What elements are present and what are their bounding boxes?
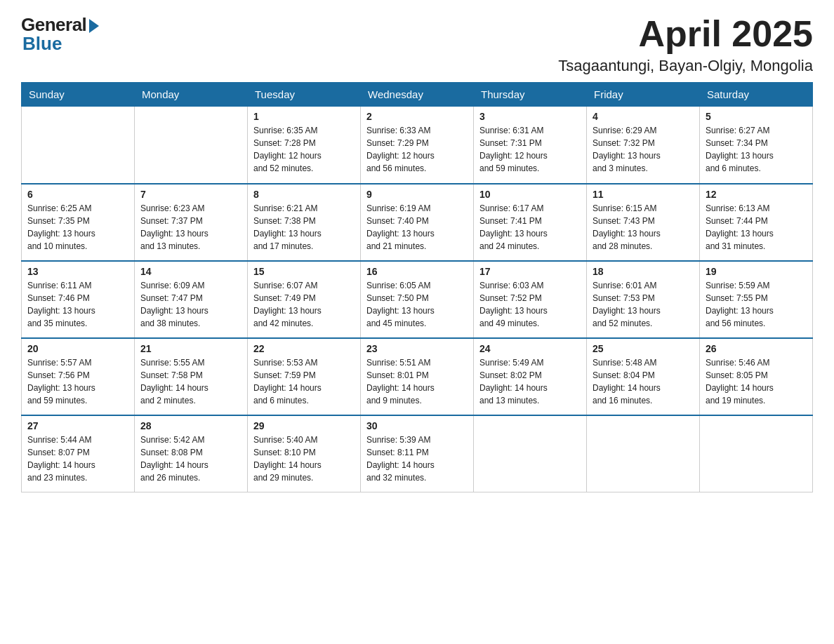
calendar-cell [700,415,813,492]
page-header: General Blue April 2025 Tsagaantungi, Ba… [21,14,813,75]
calendar-cell: 5Sunrise: 6:27 AMSunset: 7:34 PMDaylight… [700,107,813,184]
calendar-cell [135,107,248,184]
calendar-cell: 15Sunrise: 6:07 AMSunset: 7:49 PMDayligh… [248,261,361,338]
week-row-5: 27Sunrise: 5:44 AMSunset: 8:07 PMDayligh… [22,415,813,492]
day-info: Sunrise: 6:19 AMSunset: 7:40 PMDaylight:… [366,202,468,253]
calendar-cell: 27Sunrise: 5:44 AMSunset: 8:07 PMDayligh… [22,415,135,492]
day-info: Sunrise: 6:15 AMSunset: 7:43 PMDaylight:… [593,202,694,253]
day-info: Sunrise: 5:48 AMSunset: 8:04 PMDaylight:… [593,356,694,407]
calendar-cell [587,415,700,492]
day-info: Sunrise: 6:33 AMSunset: 7:29 PMDaylight:… [366,124,468,175]
day-number: 14 [140,266,241,277]
day-info: Sunrise: 5:39 AMSunset: 8:11 PMDaylight:… [366,434,468,484]
calendar-cell: 11Sunrise: 6:15 AMSunset: 7:43 PMDayligh… [587,184,700,261]
calendar-cell: 18Sunrise: 6:01 AMSunset: 7:53 PMDayligh… [587,261,700,338]
calendar-cell: 26Sunrise: 5:46 AMSunset: 8:05 PMDayligh… [700,338,813,415]
day-number: 20 [27,343,128,354]
calendar-cell: 10Sunrise: 6:17 AMSunset: 7:41 PMDayligh… [474,184,587,261]
weekday-header-tuesday: Tuesday [248,83,361,107]
day-number: 16 [366,266,468,277]
day-info: Sunrise: 6:03 AMSunset: 7:52 PMDaylight:… [479,279,581,330]
calendar-cell: 25Sunrise: 5:48 AMSunset: 8:04 PMDayligh… [587,338,700,415]
day-number: 2 [366,111,468,122]
calendar-cell: 2Sunrise: 6:33 AMSunset: 7:29 PMDaylight… [361,107,474,184]
weekday-header-sunday: Sunday [22,83,135,107]
day-number: 29 [253,420,355,431]
week-row-1: 1Sunrise: 6:35 AMSunset: 7:28 PMDaylight… [22,107,813,184]
day-info: Sunrise: 6:29 AMSunset: 7:32 PMDaylight:… [593,124,694,175]
day-number: 27 [27,420,128,431]
day-number: 13 [27,266,128,277]
day-info: Sunrise: 5:51 AMSunset: 8:01 PMDaylight:… [366,356,468,407]
day-number: 8 [253,189,355,200]
day-info: Sunrise: 5:44 AMSunset: 8:07 PMDaylight:… [27,434,128,484]
weekday-header-thursday: Thursday [474,83,587,107]
day-number: 11 [593,189,694,200]
calendar-cell: 30Sunrise: 5:39 AMSunset: 8:11 PMDayligh… [361,415,474,492]
calendar-cell: 21Sunrise: 5:55 AMSunset: 7:58 PMDayligh… [135,338,248,415]
weekday-header-saturday: Saturday [700,83,813,107]
calendar-cell: 24Sunrise: 5:49 AMSunset: 8:02 PMDayligh… [474,338,587,415]
logo: General Blue [21,14,99,55]
weekday-header-row: SundayMondayTuesdayWednesdayThursdayFrid… [22,83,813,107]
calendar-cell [474,415,587,492]
calendar-cell: 16Sunrise: 6:05 AMSunset: 7:50 PMDayligh… [361,261,474,338]
week-row-4: 20Sunrise: 5:57 AMSunset: 7:56 PMDayligh… [22,338,813,415]
day-number: 4 [593,111,694,122]
weekday-header-monday: Monday [135,83,248,107]
weekday-header-wednesday: Wednesday [361,83,474,107]
day-info: Sunrise: 6:09 AMSunset: 7:47 PMDaylight:… [140,279,241,330]
day-number: 19 [706,266,807,277]
day-info: Sunrise: 6:25 AMSunset: 7:35 PMDaylight:… [27,202,128,253]
day-info: Sunrise: 5:53 AMSunset: 7:59 PMDaylight:… [253,356,355,407]
day-number: 1 [253,111,355,122]
day-number: 24 [479,343,581,354]
day-info: Sunrise: 6:31 AMSunset: 7:31 PMDaylight:… [479,124,581,175]
day-number: 9 [366,189,468,200]
weekday-header-friday: Friday [587,83,700,107]
day-info: Sunrise: 5:46 AMSunset: 8:05 PMDaylight:… [706,356,807,407]
day-info: Sunrise: 5:55 AMSunset: 7:58 PMDaylight:… [140,356,241,407]
day-info: Sunrise: 6:05 AMSunset: 7:50 PMDaylight:… [366,279,468,330]
calendar-cell: 13Sunrise: 6:11 AMSunset: 7:46 PMDayligh… [22,261,135,338]
calendar-cell: 6Sunrise: 6:25 AMSunset: 7:35 PMDaylight… [22,184,135,261]
day-info: Sunrise: 6:21 AMSunset: 7:38 PMDaylight:… [253,202,355,253]
calendar-cell: 4Sunrise: 6:29 AMSunset: 7:32 PMDaylight… [587,107,700,184]
day-info: Sunrise: 6:01 AMSunset: 7:53 PMDaylight:… [593,279,694,330]
calendar-cell: 17Sunrise: 6:03 AMSunset: 7:52 PMDayligh… [474,261,587,338]
day-number: 7 [140,189,241,200]
day-number: 23 [366,343,468,354]
day-number: 18 [593,266,694,277]
calendar-cell: 23Sunrise: 5:51 AMSunset: 8:01 PMDayligh… [361,338,474,415]
day-info: Sunrise: 5:49 AMSunset: 8:02 PMDaylight:… [479,356,581,407]
day-info: Sunrise: 6:07 AMSunset: 7:49 PMDaylight:… [253,279,355,330]
day-info: Sunrise: 6:11 AMSunset: 7:46 PMDaylight:… [27,279,128,330]
calendar-cell: 20Sunrise: 5:57 AMSunset: 7:56 PMDayligh… [22,338,135,415]
logo-arrow-icon [89,19,99,33]
calendar-cell: 28Sunrise: 5:42 AMSunset: 8:08 PMDayligh… [135,415,248,492]
day-info: Sunrise: 6:13 AMSunset: 7:44 PMDaylight:… [706,202,807,253]
calendar-cell: 14Sunrise: 6:09 AMSunset: 7:47 PMDayligh… [135,261,248,338]
day-number: 10 [479,189,581,200]
day-number: 3 [479,111,581,122]
calendar-cell: 8Sunrise: 6:21 AMSunset: 7:38 PMDaylight… [248,184,361,261]
calendar-cell: 3Sunrise: 6:31 AMSunset: 7:31 PMDaylight… [474,107,587,184]
day-number: 25 [593,343,694,354]
calendar-cell: 22Sunrise: 5:53 AMSunset: 7:59 PMDayligh… [248,338,361,415]
day-number: 15 [253,266,355,277]
week-row-2: 6Sunrise: 6:25 AMSunset: 7:35 PMDaylight… [22,184,813,261]
calendar-cell: 29Sunrise: 5:40 AMSunset: 8:10 PMDayligh… [248,415,361,492]
calendar-cell: 19Sunrise: 5:59 AMSunset: 7:55 PMDayligh… [700,261,813,338]
day-info: Sunrise: 5:57 AMSunset: 7:56 PMDaylight:… [27,356,128,407]
calendar-location: Tsagaantungi, Bayan-Olgiy, Mongolia [558,57,813,75]
day-info: Sunrise: 6:27 AMSunset: 7:34 PMDaylight:… [706,124,807,175]
title-block: April 2025 Tsagaantungi, Bayan-Olgiy, Mo… [558,14,813,75]
logo-blue-text: Blue [22,33,62,55]
calendar-table: SundayMondayTuesdayWednesdayThursdayFrid… [21,82,813,492]
day-info: Sunrise: 5:40 AMSunset: 8:10 PMDaylight:… [253,434,355,484]
calendar-cell: 12Sunrise: 6:13 AMSunset: 7:44 PMDayligh… [700,184,813,261]
day-info: Sunrise: 5:59 AMSunset: 7:55 PMDaylight:… [706,279,807,330]
day-number: 26 [706,343,807,354]
day-number: 17 [479,266,581,277]
day-number: 30 [366,420,468,431]
